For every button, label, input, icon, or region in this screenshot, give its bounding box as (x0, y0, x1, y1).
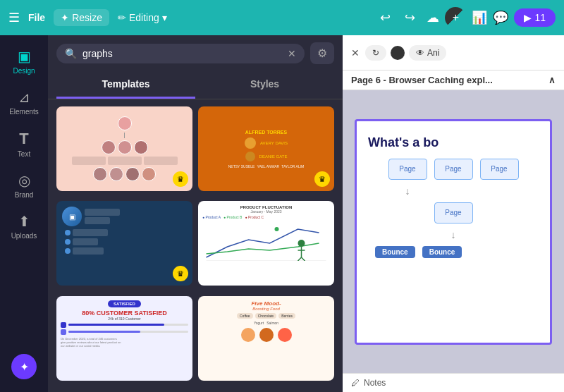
sidebar-label-text: Text (18, 150, 30, 158)
topbar-actions: ☁ + 📊 💬 ▶ 11 (427, 7, 556, 28)
play-icon: ▶ (524, 12, 532, 23)
bounce-button-2: Bounce (422, 246, 462, 258)
resize-icon: ✦ (61, 12, 69, 23)
search-input-wrap[interactable]: 🔍 ✕ (56, 44, 305, 63)
satisfied-sub: 24k of 310 Customer (61, 317, 188, 321)
sidebar-label-design: Design (13, 67, 35, 75)
sidebar: ▣ Design ⊿ Elements T Text ◎ Brand ⬆ Upl… (0, 35, 48, 392)
org-chart-inner (61, 116, 188, 181)
svg-point-2 (298, 240, 305, 247)
page-box-2: Page (434, 159, 473, 180)
file-menu[interactable]: File (28, 12, 45, 23)
bounce-button-1: Bounce (375, 246, 415, 258)
svg-line-5 (298, 257, 302, 261)
eye-icon: 👁 (416, 48, 424, 58)
page-box-4: Page (434, 202, 473, 223)
play-label: 11 (534, 12, 546, 23)
page-box-1: Page (388, 159, 427, 180)
resize-button[interactable]: ✦ Resize (54, 9, 109, 26)
canvas-page-label: Page 6 - Browser Caching expl... ∧ (343, 71, 564, 90)
page-row-top: Page Page Page (368, 159, 539, 180)
uploads-icon: ⬆ (18, 213, 30, 230)
elements-icon: ⊿ (18, 89, 30, 106)
topbar: ☰ File ✦ Resize ✏ Editing ▾ ↩ ↪ ☁ + 📊 💬 … (0, 0, 564, 35)
template-card-team[interactable]: ALFRED TORRES AVERY DAVIS DEANIE GATE NE… (198, 106, 334, 191)
page-title: Page 6 - Browser Caching expl... (351, 75, 493, 85)
sidebar-item-text[interactable]: T Text (0, 124, 48, 164)
satisfied-percent: 80% CUSTOMER SATISFIED (61, 310, 188, 317)
panel: 🔍 ✕ ⚙ Templates Styles (48, 35, 343, 392)
fluctuation-chart (202, 222, 330, 261)
editing-label: Editing (129, 12, 159, 23)
tag-chocolate: Chocolate (255, 313, 277, 319)
svg-point-0 (275, 227, 279, 231)
page-box-3: Page (480, 159, 519, 180)
redo-button[interactable]: ↪ (402, 7, 418, 28)
slide-title: What's a bo (368, 135, 539, 150)
pencil-icon: ✏ (118, 12, 126, 23)
crown-icon-3: ♛ (173, 266, 188, 281)
notes-label: Notes (364, 378, 386, 388)
resize-label: Resize (72, 12, 102, 23)
brand-icon: ◎ (18, 172, 30, 189)
menu-icon[interactable]: ☰ (8, 10, 20, 25)
anim-label: Ani (427, 48, 439, 58)
collapse-icon[interactable]: ∧ (548, 75, 556, 85)
template-card-satisfied[interactable]: SATISFIED 80% CUSTOMER SATISFIED 24k of … (56, 296, 192, 381)
canvas-area: ✕ ↻ 👁 Ani Page 6 - Browser Caching expl.… (343, 35, 564, 392)
tab-styles[interactable]: Styles (195, 71, 334, 99)
sidebar-label-elements: Elements (9, 108, 39, 116)
sidebar-label-brand: Brand (15, 191, 34, 199)
tabs: Templates Styles (48, 71, 343, 99)
slide: What's a bo Page Page Page ↓ Page (355, 119, 552, 345)
chat-icon[interactable]: 💬 (493, 10, 508, 25)
sparkle-button[interactable]: ✦ (11, 354, 37, 379)
text-icon: T (19, 130, 28, 148)
svg-line-6 (302, 257, 305, 261)
sidebar-item-design[interactable]: ▣ Design (0, 42, 48, 80)
canvas-toolbar: ✕ ↻ 👁 Ani (343, 35, 564, 71)
template-card-mindmap[interactable]: ▣ (56, 201, 192, 286)
food-title: Five Mood- (202, 300, 330, 307)
tag-coffee: Coffee (237, 313, 253, 319)
crown-icon: ♛ (173, 171, 188, 187)
sidebar-item-brand[interactable]: ◎ Brand (0, 166, 48, 204)
main: ▣ Design ⊿ Elements T Text ◎ Brand ⬆ Upl… (0, 35, 564, 392)
undo-button[interactable]: ↩ (377, 7, 393, 28)
page-row-bottom: Page (368, 202, 539, 223)
search-clear-icon[interactable]: ✕ (288, 48, 296, 59)
chevron-down-icon: ▾ (162, 12, 167, 23)
sidebar-item-uploads[interactable]: ⬆ Uploads (0, 207, 48, 245)
canvas-content: What's a bo Page Page Page ↓ Page (343, 90, 564, 373)
tab-templates[interactable]: Templates (56, 71, 195, 99)
crown-icon-2: ♛ (314, 171, 330, 187)
chart-icon[interactable]: 📊 (472, 10, 487, 25)
search-icon: 🔍 (65, 48, 77, 59)
templates-grid: ♛ ALFRED TORRES AVERY DAVIS DEANIE GATE … (48, 99, 343, 392)
editing-button[interactable]: ✏ Editing ▾ (118, 12, 167, 23)
food-items: YogurtSalmon (202, 321, 330, 325)
play-button[interactable]: ▶ 11 (514, 8, 556, 27)
bounce-row: Bounce Bounce (368, 246, 539, 258)
canvas-notes[interactable]: 🖊 Notes (343, 373, 564, 392)
plus-circle-button[interactable]: + (445, 7, 466, 28)
food-subtitle: Boosting Food (202, 307, 330, 311)
design-icon: ▣ (18, 48, 31, 65)
template-card-org[interactable]: ♛ (56, 106, 192, 191)
anim-refresh-button[interactable]: ↻ (365, 45, 386, 61)
anim-eye-button[interactable]: 👁 Ani (409, 45, 446, 61)
search-bar: 🔍 ✕ ⚙ (48, 35, 343, 71)
animation-buttons: ↻ 👁 Ani (365, 45, 446, 61)
template-card-food[interactable]: Five Mood- Boosting Food Coffee Chocolat… (198, 296, 334, 381)
canvas-close-button[interactable]: ✕ (351, 47, 360, 59)
sidebar-item-elements[interactable]: ⊿ Elements (0, 83, 48, 121)
filter-button[interactable]: ⚙ (310, 42, 334, 64)
food-tags: Coffee Chocolate Berries (202, 313, 330, 319)
slide-diagram: Page Page Page ↓ Page ↓ (368, 159, 539, 258)
search-input[interactable] (82, 48, 282, 59)
arrow-row-2: ↓ (368, 229, 539, 240)
template-card-fluctuation[interactable]: PRODUCT FLUCTUATION January - May 2023 ●… (198, 201, 334, 286)
anim-circle-button[interactable] (391, 46, 405, 60)
fluctuation-sub: January - May 2023 (202, 209, 330, 214)
cloud-icon[interactable]: ☁ (427, 10, 439, 25)
